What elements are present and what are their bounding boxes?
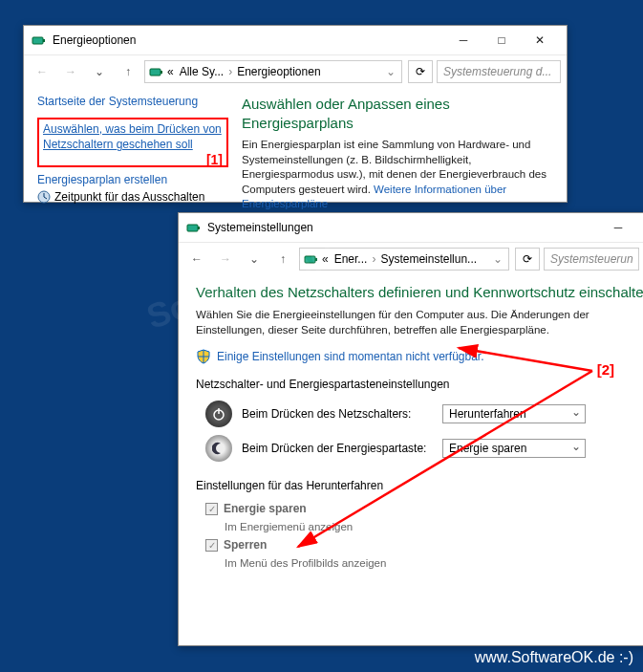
shutdown-time-label: Zeitpunkt für das Ausschalten — [54, 190, 204, 204]
titlebar[interactable]: Energieoptionen ─ □ ✕ — [24, 26, 567, 54]
shield-link-label: Einige Einstellungen sind momentan nicht… — [217, 350, 484, 363]
checkbox-sub-lock: Im Menü des Profilbilds anzeigen — [225, 557, 628, 569]
power-button-action-link[interactable]: Auswählen, was beim Drücken von Netzscha… — [43, 121, 223, 152]
svg-rect-7 — [305, 256, 315, 263]
window-title: Energieoptionen — [53, 33, 444, 47]
chevron-down-icon[interactable]: ⌄ — [384, 65, 397, 78]
checkbox-energy-save[interactable]: ✓ Energie sparen — [205, 502, 628, 515]
forward-button[interactable]: → — [213, 247, 238, 271]
breadcrumb-segment[interactable]: Ener... — [332, 252, 371, 266]
close-button[interactable]: ✕ — [521, 27, 559, 54]
shield-icon — [196, 349, 211, 364]
create-plan-link[interactable]: Energiesparplan erstellen — [37, 173, 228, 186]
checkbox-icon: ✓ — [205, 539, 218, 552]
window-title: Systemeinstellungen — [207, 221, 599, 234]
breadcrumb-segment[interactable]: Alle Sy... — [177, 65, 226, 78]
annotation-marker-1: [1] — [206, 152, 223, 167]
svg-rect-3 — [161, 71, 162, 74]
svg-rect-6 — [198, 227, 200, 229]
breadcrumb[interactable]: « Alle Sy... › Energieoptionen ⌄ — [144, 60, 402, 83]
battery-icon — [32, 33, 47, 48]
battery-icon — [304, 251, 319, 267]
annotation-box-1: Auswählen, was beim Drücken von Netzscha… — [37, 118, 228, 167]
svg-rect-8 — [315, 258, 317, 261]
sidebar: Startseite der Systemsteuerung Auswählen… — [37, 95, 228, 212]
change-unavailable-settings-link[interactable]: Einige Einstellungen sind momentan nicht… — [196, 349, 628, 364]
window-systemeinstellungen: Systemeinstellungen ─ ← → ⌄ ↑ « Ener... … — [178, 212, 643, 646]
checkbox-sublabel: Im Menü des Profilbilds anzeigen — [225, 557, 386, 569]
checkbox-label: Energie sparen — [224, 502, 307, 515]
checkbox-icon: ✓ — [205, 503, 218, 515]
svg-rect-2 — [150, 69, 161, 76]
footer-watermark: www.SoftwareOK.de :-) — [475, 649, 633, 666]
breadcrumb[interactable]: « Ener... › Systemeinstellun... ⌄ — [299, 248, 509, 271]
chevron-right-icon: › — [226, 65, 234, 78]
sleep-button-action-row: Beim Drücken der Energiespartaste: Energ… — [205, 435, 628, 462]
breadcrumb-prefix: « — [319, 252, 332, 266]
recent-locations-button[interactable]: ⌄ — [87, 59, 112, 84]
breadcrumb-prefix: « — [164, 65, 177, 78]
chevron-down-icon[interactable]: ⌄ — [491, 252, 504, 266]
window-energieoptionen: Energieoptionen ─ □ ✕ ← → ⌄ ↑ « Alle Sy.… — [23, 25, 568, 203]
power-icon — [205, 401, 232, 427]
page-description: Ein Energiesparplan ist eine Sammlung vo… — [242, 138, 555, 212]
refresh-button[interactable]: ⟳ — [408, 60, 433, 83]
control-panel-home-link[interactable]: Startseite der Systemsteuerung — [37, 95, 228, 108]
page-heading: Auswählen oder Anpassen eines Energiespa… — [242, 95, 555, 132]
power-button-action-row: Beim Drücken des Netzschalters: Herunter… — [205, 401, 628, 427]
battery-icon — [186, 220, 202, 235]
breadcrumb-segment[interactable]: Energieoptionen — [234, 65, 323, 78]
annotation-marker-2: [2] — [597, 361, 614, 378]
titlebar[interactable]: Systemeinstellungen ─ — [179, 213, 643, 242]
up-button[interactable]: ↑ — [270, 247, 295, 271]
section-title-buttons: Netzschalter- und Energiespartasteneinst… — [196, 378, 628, 391]
checkbox-label: Sperren — [224, 538, 267, 552]
address-bar: ← → ⌄ ↑ « Ener... › Systemeinstellun... … — [179, 242, 643, 274]
sleep-button-label: Beim Drücken der Energiespartaste: — [242, 442, 433, 455]
sleep-button-action-select[interactable]: Energie sparen — [442, 439, 586, 458]
breadcrumb-segment[interactable]: Systemeinstellun... — [377, 252, 480, 266]
maximize-button[interactable]: □ — [482, 27, 521, 54]
sleep-icon — [205, 435, 232, 462]
search-input[interactable]: Systemsteuerung d... — [437, 60, 561, 83]
section-title-shutdown: Einstellungen für das Herunterfahren — [196, 479, 628, 492]
clock-icon — [37, 190, 51, 204]
power-button-label: Beim Drücken des Netzschalters: — [242, 407, 433, 421]
main-content: Verhalten des Netzschalters definieren u… — [179, 274, 643, 580]
minimize-button[interactable]: ─ — [599, 214, 637, 241]
search-placeholder: Systemsteuerun — [550, 252, 633, 266]
forward-button[interactable]: → — [58, 59, 83, 84]
chevron-right-icon: › — [370, 252, 377, 266]
page-heading: Verhalten des Netzschalters definieren u… — [196, 284, 628, 300]
address-bar: ← → ⌄ ↑ « Alle Sy... › Energieoptionen ⌄… — [24, 54, 567, 87]
back-button[interactable]: ← — [184, 247, 209, 271]
svg-rect-1 — [43, 39, 45, 42]
checkbox-sublabel: Im Energiemenü anzeigen — [225, 521, 353, 532]
up-button[interactable]: ↑ — [116, 59, 140, 84]
main-content: Auswählen oder Anpassen eines Energiespa… — [228, 95, 555, 212]
checkbox-sub-energy-save: Im Energiemenü anzeigen — [225, 521, 628, 532]
search-placeholder: Systemsteuerung d... — [443, 65, 551, 78]
refresh-button[interactable]: ⟳ — [515, 248, 540, 271]
battery-icon — [149, 64, 164, 79]
power-button-action-select[interactable]: Herunterfahren — [442, 404, 586, 423]
page-description: Wählen Sie die Energieeinstellungen für … — [196, 308, 628, 337]
svg-rect-5 — [187, 225, 198, 231]
checkbox-lock[interactable]: ✓ Sperren — [205, 538, 628, 552]
back-button[interactable]: ← — [30, 59, 54, 84]
search-input[interactable]: Systemsteuerun — [544, 248, 639, 271]
shutdown-time-link[interactable]: Zeitpunkt für das Ausschalten — [37, 190, 228, 204]
svg-rect-0 — [32, 37, 43, 44]
recent-locations-button[interactable]: ⌄ — [242, 247, 267, 271]
minimize-button[interactable]: ─ — [444, 27, 482, 54]
